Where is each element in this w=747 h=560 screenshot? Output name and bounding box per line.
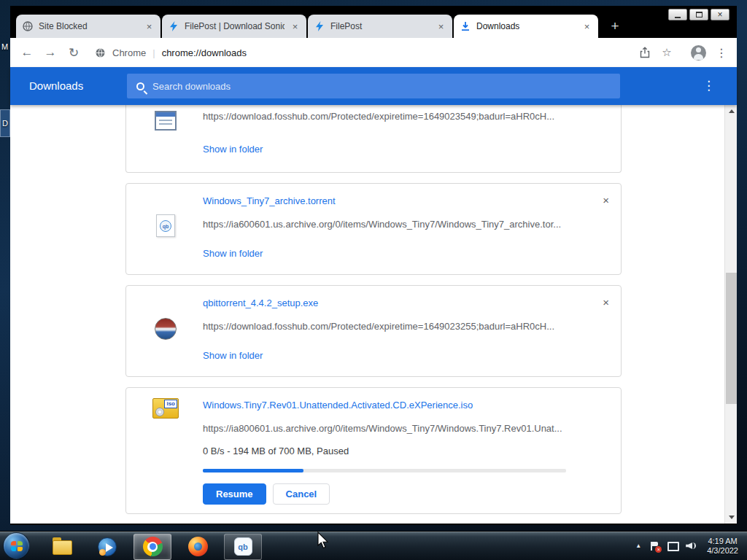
chrome-icon [143,537,163,556]
download-icon [460,20,471,32]
show-in-folder-link[interactable]: Show in folder [203,144,263,155]
maximize-icon [696,12,703,18]
desktop-icon-partial[interactable]: D [0,109,10,137]
scrollbar[interactable] [724,105,737,524]
application-file-icon [145,111,186,131]
tab-title: Downloads [476,21,576,31]
show-in-folder-link[interactable]: Show in folder [203,248,263,259]
folder-icon [53,540,72,555]
bolt-icon [314,20,325,32]
close-icon: × [717,10,722,19]
tab-close-icon[interactable]: × [436,21,446,32]
tab-site-blocked[interactable]: Site Blocked × [16,15,160,38]
tab-downloads[interactable]: Downloads × [454,15,598,38]
tab-close-icon[interactable]: × [581,21,592,32]
download-item-in-progress: iso Windows.Tiny7.Rev01.Unattended.Activ… [125,387,622,514]
firefox-icon [188,537,208,556]
download-url: https://ia600601.us.archive.org/0/items/… [203,219,577,230]
new-tab-button[interactable]: + [605,17,624,36]
download-url: https://ia800601.us.archive.org/0/items/… [203,423,577,434]
progress-bar [203,469,566,472]
scroll-up-arrow[interactable] [725,105,737,117]
error-badge-icon: × [655,546,662,553]
scroll-down-arrow[interactable] [725,511,737,524]
download-file-link[interactable]: Windows_Tiny7_archive.torrent [203,195,336,206]
tab-title: FilePost [330,21,430,31]
start-button[interactable] [3,532,30,559]
taskbar-qbittorrent-button[interactable]: qb [224,534,262,560]
download-item: qb Windows_Tiny7_archive.torrent https:/… [125,183,622,275]
download-url: https://download.fosshub.com/Protected/e… [203,111,577,122]
minimize-button[interactable] [668,9,687,20]
reload-button[interactable]: ↻ [63,42,85,63]
download-url: https://download.fosshub.com/Protected/e… [203,321,577,332]
browser-menu-icon[interactable]: ⋮ [712,46,731,60]
media-player-icon [98,537,117,556]
close-window-button[interactable]: × [711,9,729,20]
tray-expand-icon[interactable]: ▲ [635,542,641,549]
tab-close-icon[interactable]: × [290,21,301,32]
system-tray: ▲ × 4:19 AM 4/3/2022 [635,532,747,560]
tab-strip: Site Blocked × FilePost | Download Sonic… [16,15,624,38]
download-file-link[interactable]: qbittorrent_4.4.2_setup.exe [203,298,318,308]
minimize-icon [675,17,681,18]
bookmark-star-icon[interactable]: ☆ [657,46,676,59]
page-title: Downloads [29,67,83,105]
taskbar-clock[interactable]: 4:19 AM 4/3/2022 [704,537,741,556]
forward-button[interactable]: → [39,42,61,63]
network-icon[interactable] [667,542,678,551]
desktop-icon-partial[interactable]: M [1,42,8,51]
downloads-list: https://download.fosshub.com/Protected/e… [10,105,737,524]
taskbar-explorer-button[interactable] [43,534,81,560]
search-box[interactable] [127,74,620,98]
download-item: qbittorrent_4.4.2_setup.exe https://down… [125,285,622,377]
taskbar-chrome-button[interactable] [133,534,171,560]
back-button[interactable]: ← [16,42,38,63]
navigation-toolbar: ← → ↻ Chrome | chrome://downloads ☆ ⋮ [10,38,737,67]
action-center-flag-icon[interactable]: × [649,541,659,551]
iso-file-icon: iso [145,398,186,419]
taskbar-media-player-button[interactable] [88,534,126,560]
profile-avatar[interactable] [691,45,706,61]
download-actions: Resume Cancel [203,483,330,505]
clock-time: 4:19 AM [707,537,738,546]
windows-logo-icon [11,541,23,551]
downloads-header: Downloads ⋮ [10,67,737,105]
remove-download-icon[interactable]: × [603,194,609,206]
cancel-button[interactable]: Cancel [273,483,330,505]
url-separator: | [152,47,155,58]
download-status: 0 B/s - 194 MB of 700 MB, Paused [203,446,349,456]
remove-download-icon[interactable]: × [603,296,609,308]
downloads-menu-icon[interactable]: ⋮ [703,67,715,105]
tab-filepost[interactable]: FilePost × [308,15,452,38]
search-input[interactable] [152,81,611,92]
window-controls: × [668,9,729,20]
site-info-icon[interactable] [95,47,106,58]
taskbar-apps: qb [43,532,262,560]
bolt-icon [168,20,179,32]
download-file-link[interactable]: Windows.Tiny7.Rev01.Unattended.Activated… [203,400,473,411]
taskbar-firefox-button[interactable] [179,534,217,560]
volume-icon[interactable] [686,541,696,551]
resume-button[interactable]: Resume [203,483,266,505]
tab-close-icon[interactable]: × [144,21,155,32]
clock-date: 4/3/2022 [707,546,738,556]
url-scheme-label: Chrome [112,47,146,58]
desktop: M D × Site Blocked × FilePost | Download… [0,0,747,560]
installer-file-icon [145,318,186,340]
taskbar: qb ▲ × 4:19 AM 4/3/2022 [0,531,747,560]
address-bar[interactable]: Chrome | chrome://downloads ☆ [86,42,685,63]
tab-filepost-download[interactable]: FilePost | Download Sonic × [162,15,306,38]
url-text: chrome://downloads [162,47,632,58]
qbittorrent-icon: qb [234,537,252,556]
tab-title: Site Blocked [39,21,139,31]
maximize-button[interactable] [689,9,708,20]
scrollbar-thumb[interactable] [726,273,737,404]
share-icon[interactable] [639,47,651,58]
show-in-folder-link[interactable]: Show in folder [203,350,263,361]
download-item: https://download.fosshub.com/Protected/e… [125,105,622,173]
progress-fill [203,469,303,472]
search-icon [136,82,144,90]
browser-window: × Site Blocked × FilePost | Download Son… [10,6,737,525]
torrent-file-icon: qb [145,214,186,237]
